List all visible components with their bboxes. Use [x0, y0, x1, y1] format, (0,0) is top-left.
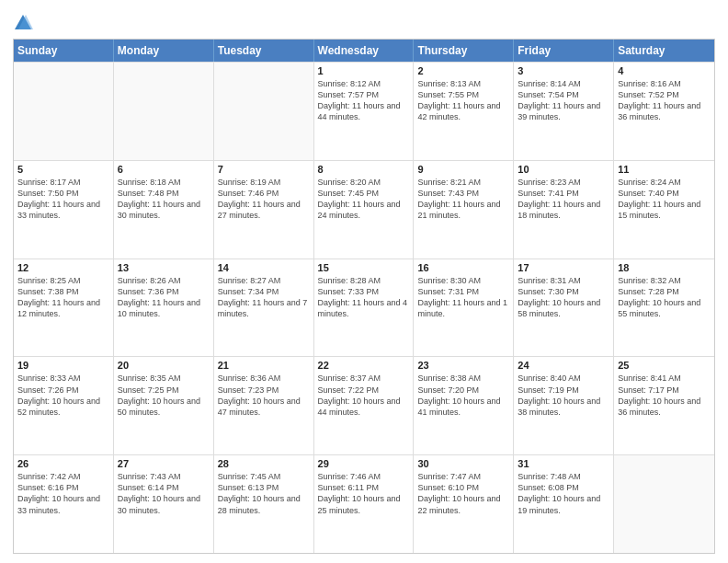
cell-date: 18 [618, 262, 711, 273]
calendar-cell: 8Sunrise: 8:20 AM Sunset: 7:45 PM Daylig… [314, 161, 415, 259]
calendar-cell: 28Sunrise: 7:45 AM Sunset: 6:13 PM Dayli… [214, 455, 314, 553]
calendar-cell: 15Sunrise: 8:28 AM Sunset: 7:33 PM Dayli… [314, 259, 415, 357]
cell-info: Sunrise: 7:42 AM Sunset: 6:16 PM Dayligh… [17, 471, 109, 516]
cell-info: Sunrise: 8:36 AM Sunset: 7:23 PM Dayligh… [218, 373, 310, 418]
cell-date: 10 [518, 164, 609, 175]
weekday-header-thursday: Thursday [414, 40, 514, 62]
calendar-cell: 20Sunrise: 8:35 AM Sunset: 7:25 PM Dayli… [114, 357, 214, 454]
cell-info: Sunrise: 8:26 AM Sunset: 7:36 PM Dayligh… [118, 275, 210, 320]
cell-date: 8 [318, 164, 410, 175]
cell-info: Sunrise: 8:37 AM Sunset: 7:22 PM Dayligh… [318, 373, 410, 418]
cell-info: Sunrise: 8:41 AM Sunset: 7:17 PM Dayligh… [618, 373, 711, 418]
calendar-cell: 2Sunrise: 8:13 AM Sunset: 7:55 PM Daylig… [414, 63, 514, 160]
cell-date: 28 [218, 458, 310, 469]
calendar-row-2: 12Sunrise: 8:25 AM Sunset: 7:38 PM Dayli… [14, 259, 714, 357]
cell-info: Sunrise: 8:25 AM Sunset: 7:38 PM Dayligh… [17, 275, 109, 320]
cell-date: 13 [118, 262, 210, 273]
calendar-cell: 6Sunrise: 8:18 AM Sunset: 7:48 PM Daylig… [114, 161, 214, 259]
cell-date: 25 [618, 360, 711, 371]
calendar-cell: 21Sunrise: 8:36 AM Sunset: 7:23 PM Dayli… [214, 357, 314, 454]
cell-info: Sunrise: 8:38 AM Sunset: 7:20 PM Dayligh… [417, 373, 509, 418]
calendar: SundayMondayTuesdayWednesdayThursdayFrid… [13, 39, 715, 554]
cell-info: Sunrise: 8:28 AM Sunset: 7:33 PM Dayligh… [318, 275, 410, 320]
calendar-cell: 23Sunrise: 8:38 AM Sunset: 7:20 PM Dayli… [414, 357, 514, 454]
calendar-cell: 31Sunrise: 7:48 AM Sunset: 6:08 PM Dayli… [514, 455, 614, 553]
cell-info: Sunrise: 8:40 AM Sunset: 7:19 PM Dayligh… [518, 373, 609, 418]
calendar-cell: 16Sunrise: 8:30 AM Sunset: 7:31 PM Dayli… [414, 259, 514, 357]
cell-info: Sunrise: 8:20 AM Sunset: 7:45 PM Dayligh… [318, 177, 410, 222]
cell-info: Sunrise: 8:23 AM Sunset: 7:41 PM Dayligh… [518, 177, 609, 222]
calendar-cell: 30Sunrise: 7:47 AM Sunset: 6:10 PM Dayli… [414, 455, 514, 553]
weekday-header-friday: Friday [514, 40, 614, 62]
cell-date: 20 [118, 360, 210, 371]
cell-date: 2 [417, 65, 509, 76]
cell-info: Sunrise: 8:12 AM Sunset: 7:57 PM Dayligh… [318, 78, 410, 123]
cell-date: 19 [17, 360, 109, 371]
calendar-body: 1Sunrise: 8:12 AM Sunset: 7:57 PM Daylig… [14, 62, 714, 553]
cell-info: Sunrise: 7:45 AM Sunset: 6:13 PM Dayligh… [218, 471, 310, 516]
calendar-cell: 29Sunrise: 7:46 AM Sunset: 6:11 PM Dayli… [314, 455, 415, 553]
cell-date: 9 [417, 164, 509, 175]
cell-date: 29 [318, 458, 410, 469]
calendar-cell: 22Sunrise: 8:37 AM Sunset: 7:22 PM Dayli… [314, 357, 415, 454]
calendar-cell: 18Sunrise: 8:32 AM Sunset: 7:28 PM Dayli… [614, 259, 714, 357]
calendar-cell: 26Sunrise: 7:42 AM Sunset: 6:16 PM Dayli… [14, 455, 114, 553]
cell-date: 16 [417, 262, 509, 273]
cell-info: Sunrise: 8:19 AM Sunset: 7:46 PM Dayligh… [218, 177, 310, 222]
cell-date: 21 [218, 360, 310, 371]
calendar-cell: 3Sunrise: 8:14 AM Sunset: 7:54 PM Daylig… [514, 63, 614, 160]
cell-date: 4 [618, 65, 711, 76]
calendar-cell: 1Sunrise: 8:12 AM Sunset: 7:57 PM Daylig… [314, 63, 415, 160]
cell-date: 24 [518, 360, 609, 371]
calendar-cell: 17Sunrise: 8:31 AM Sunset: 7:30 PM Dayli… [514, 259, 614, 357]
weekday-header-saturday: Saturday [614, 40, 714, 62]
cell-info: Sunrise: 8:21 AM Sunset: 7:43 PM Dayligh… [417, 177, 509, 222]
cell-date: 7 [218, 164, 310, 175]
calendar-cell: 7Sunrise: 8:19 AM Sunset: 7:46 PM Daylig… [214, 161, 314, 259]
cell-date: 22 [318, 360, 410, 371]
cell-info: Sunrise: 7:46 AM Sunset: 6:11 PM Dayligh… [318, 471, 410, 516]
cell-info: Sunrise: 7:48 AM Sunset: 6:08 PM Dayligh… [518, 471, 609, 516]
calendar-cell: 14Sunrise: 8:27 AM Sunset: 7:34 PM Dayli… [214, 259, 314, 357]
cell-date: 26 [17, 458, 109, 469]
cell-info: Sunrise: 8:14 AM Sunset: 7:54 PM Dayligh… [518, 78, 609, 123]
weekday-header-tuesday: Tuesday [214, 40, 314, 62]
calendar-cell [614, 455, 714, 553]
cell-info: Sunrise: 8:24 AM Sunset: 7:40 PM Dayligh… [618, 177, 711, 222]
calendar-cell: 5Sunrise: 8:17 AM Sunset: 7:50 PM Daylig… [14, 161, 114, 259]
logo [13, 13, 37, 33]
calendar-cell: 25Sunrise: 8:41 AM Sunset: 7:17 PM Dayli… [614, 357, 714, 454]
cell-date: 11 [618, 164, 711, 175]
calendar-cell: 19Sunrise: 8:33 AM Sunset: 7:26 PM Dayli… [14, 357, 114, 454]
cell-date: 15 [318, 262, 410, 273]
cell-info: Sunrise: 7:43 AM Sunset: 6:14 PM Dayligh… [118, 471, 210, 516]
cell-info: Sunrise: 8:35 AM Sunset: 7:25 PM Dayligh… [118, 373, 210, 418]
calendar-cell [214, 63, 314, 160]
page-header [13, 9, 715, 33]
calendar-cell: 10Sunrise: 8:23 AM Sunset: 7:41 PM Dayli… [514, 161, 614, 259]
cell-info: Sunrise: 8:18 AM Sunset: 7:48 PM Dayligh… [118, 177, 210, 222]
cell-date: 27 [118, 458, 210, 469]
cell-info: Sunrise: 8:27 AM Sunset: 7:34 PM Dayligh… [218, 275, 310, 320]
calendar-header-row: SundayMondayTuesdayWednesdayThursdayFrid… [14, 40, 714, 62]
cell-info: Sunrise: 8:30 AM Sunset: 7:31 PM Dayligh… [417, 275, 509, 320]
weekday-header-sunday: Sunday [14, 40, 114, 62]
calendar-cell [114, 63, 214, 160]
calendar-row-3: 19Sunrise: 8:33 AM Sunset: 7:26 PM Dayli… [14, 356, 714, 454]
cell-info: Sunrise: 8:13 AM Sunset: 7:55 PM Dayligh… [417, 78, 509, 123]
weekday-header-wednesday: Wednesday [314, 40, 415, 62]
logo-icon [13, 13, 33, 33]
cell-date: 1 [318, 65, 410, 76]
cell-info: Sunrise: 8:33 AM Sunset: 7:26 PM Dayligh… [17, 373, 109, 418]
calendar-cell: 11Sunrise: 8:24 AM Sunset: 7:40 PM Dayli… [614, 161, 714, 259]
calendar-cell: 12Sunrise: 8:25 AM Sunset: 7:38 PM Dayli… [14, 259, 114, 357]
cell-info: Sunrise: 8:16 AM Sunset: 7:52 PM Dayligh… [618, 78, 711, 123]
cell-date: 6 [118, 164, 210, 175]
calendar-cell: 24Sunrise: 8:40 AM Sunset: 7:19 PM Dayli… [514, 357, 614, 454]
calendar-cell [14, 63, 114, 160]
cell-date: 23 [417, 360, 509, 371]
calendar-cell: 4Sunrise: 8:16 AM Sunset: 7:52 PM Daylig… [614, 63, 714, 160]
cell-date: 14 [218, 262, 310, 273]
cell-date: 17 [518, 262, 609, 273]
cell-date: 3 [518, 65, 609, 76]
